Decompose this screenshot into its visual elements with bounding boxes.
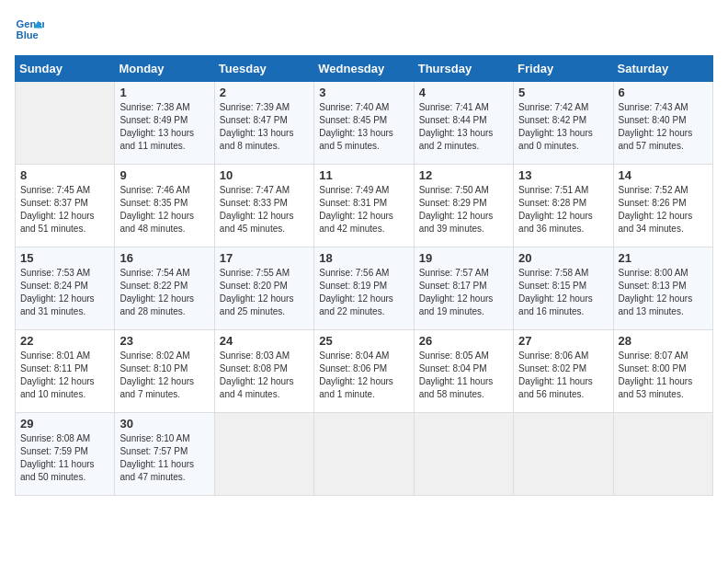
calendar-cell: 15Sunrise: 7:53 AMSunset: 8:24 PMDayligh… [16, 247, 115, 330]
calendar-cell: 10Sunrise: 7:47 AMSunset: 8:33 PMDayligh… [214, 165, 313, 247]
calendar-cell [414, 413, 513, 496]
day-number: 20 [518, 251, 608, 265]
calendar-cell: 1Sunrise: 7:38 AMSunset: 8:49 PMDaylight… [115, 82, 214, 165]
day-number: 17 [220, 251, 309, 265]
cell-content: Sunrise: 7:49 AMSunset: 8:31 PMDaylight:… [319, 184, 408, 236]
day-number: 26 [419, 334, 508, 348]
day-number: 4 [419, 86, 508, 99]
calendar-cell: 2Sunrise: 7:39 AMSunset: 8:47 PMDaylight… [214, 82, 313, 165]
day-number: 14 [619, 168, 708, 182]
calendar-cell: 19Sunrise: 7:57 AMSunset: 8:17 PMDayligh… [414, 247, 513, 330]
calendar-cell: 16Sunrise: 7:54 AMSunset: 8:22 PMDayligh… [115, 247, 214, 330]
cell-content: Sunrise: 8:08 AMSunset: 7:59 PMDaylight:… [20, 432, 109, 484]
calendar-cell: 29Sunrise: 8:08 AMSunset: 7:59 PMDayligh… [16, 413, 115, 496]
day-number: 8 [20, 168, 109, 182]
day-number: 30 [119, 417, 209, 431]
cell-content: Sunrise: 7:47 AMSunset: 8:33 PMDaylight:… [220, 184, 309, 236]
cell-content: Sunrise: 8:10 AMSunset: 7:57 PMDaylight:… [119, 432, 209, 484]
day-number: 15 [20, 251, 109, 265]
calendar-cell: 28Sunrise: 8:07 AMSunset: 8:00 PMDayligh… [613, 330, 712, 413]
cell-content: Sunrise: 7:52 AMSunset: 8:26 PMDaylight:… [619, 184, 708, 236]
calendar-cell: 14Sunrise: 7:52 AMSunset: 8:26 PMDayligh… [613, 165, 712, 247]
cell-content: Sunrise: 8:04 AMSunset: 8:06 PMDaylight:… [319, 350, 408, 401]
column-header-saturday: Saturday [613, 56, 712, 82]
calendar-cell [16, 82, 115, 165]
column-header-thursday: Thursday [414, 56, 513, 82]
day-number: 9 [119, 168, 209, 182]
week-row-3: 15Sunrise: 7:53 AMSunset: 8:24 PMDayligh… [16, 247, 713, 330]
cell-content: Sunrise: 7:45 AMSunset: 8:37 PMDaylight:… [20, 184, 109, 236]
column-header-friday: Friday [514, 56, 613, 82]
svg-text:Blue: Blue [17, 29, 39, 40]
column-header-monday: Monday [115, 56, 214, 82]
cell-content: Sunrise: 8:02 AMSunset: 8:10 PMDaylight:… [119, 350, 209, 401]
column-header-sunday: Sunday [16, 56, 115, 82]
cell-content: Sunrise: 7:51 AMSunset: 8:28 PMDaylight:… [518, 184, 608, 236]
week-row-4: 22Sunrise: 8:01 AMSunset: 8:11 PMDayligh… [16, 330, 713, 413]
day-number: 25 [319, 334, 408, 348]
day-number: 12 [419, 168, 508, 182]
calendar-cell [214, 413, 313, 496]
cell-content: Sunrise: 7:58 AMSunset: 8:15 PMDaylight:… [518, 267, 608, 318]
cell-content: Sunrise: 7:50 AMSunset: 8:29 PMDaylight:… [419, 184, 508, 236]
calendar-table: SundayMondayTuesdayWednesdayThursdayFrid… [15, 55, 713, 496]
calendar-cell: 13Sunrise: 7:51 AMSunset: 8:28 PMDayligh… [514, 165, 613, 247]
calendar-cell: 4Sunrise: 7:41 AMSunset: 8:44 PMDaylight… [414, 82, 513, 165]
day-number: 5 [518, 86, 608, 99]
header: General Blue [15, 15, 713, 44]
calendar-cell: 30Sunrise: 8:10 AMSunset: 7:57 PMDayligh… [115, 413, 214, 496]
day-number: 18 [319, 251, 408, 265]
cell-content: Sunrise: 7:55 AMSunset: 8:20 PMDaylight:… [220, 267, 309, 318]
cell-content: Sunrise: 8:06 AMSunset: 8:02 PMDaylight:… [518, 350, 608, 401]
week-row-1: 1Sunrise: 7:38 AMSunset: 8:49 PMDaylight… [16, 82, 713, 165]
day-number: 19 [419, 251, 508, 265]
calendar-cell [314, 413, 414, 496]
calendar-cell: 8Sunrise: 7:45 AMSunset: 8:37 PMDaylight… [16, 165, 115, 247]
calendar-body: 1Sunrise: 7:38 AMSunset: 8:49 PMDaylight… [16, 82, 713, 496]
cell-content: Sunrise: 7:38 AMSunset: 8:49 PMDaylight:… [119, 101, 209, 153]
calendar-cell [514, 413, 613, 496]
calendar-cell: 11Sunrise: 7:49 AMSunset: 8:31 PMDayligh… [314, 165, 414, 247]
cell-content: Sunrise: 7:40 AMSunset: 8:45 PMDaylight:… [319, 101, 408, 153]
day-number: 11 [319, 168, 408, 182]
calendar-cell: 12Sunrise: 7:50 AMSunset: 8:29 PMDayligh… [414, 165, 513, 247]
day-number: 24 [220, 334, 309, 348]
calendar-cell: 20Sunrise: 7:58 AMSunset: 8:15 PMDayligh… [514, 247, 613, 330]
day-number: 29 [20, 417, 109, 431]
day-number: 22 [20, 334, 109, 348]
day-number: 1 [119, 86, 209, 99]
cell-content: Sunrise: 7:41 AMSunset: 8:44 PMDaylight:… [419, 101, 508, 153]
week-row-5: 29Sunrise: 8:08 AMSunset: 7:59 PMDayligh… [16, 413, 713, 496]
day-number: 23 [119, 334, 209, 348]
day-number: 10 [220, 168, 309, 182]
day-number: 27 [518, 334, 608, 348]
calendar-cell: 26Sunrise: 8:05 AMSunset: 8:04 PMDayligh… [414, 330, 513, 413]
day-number: 2 [220, 86, 309, 99]
day-number: 21 [619, 251, 708, 265]
logo: General Blue [15, 15, 48, 44]
calendar-cell: 3Sunrise: 7:40 AMSunset: 8:45 PMDaylight… [314, 82, 414, 165]
calendar-cell [613, 413, 712, 496]
cell-content: Sunrise: 7:53 AMSunset: 8:24 PMDaylight:… [20, 267, 109, 318]
cell-content: Sunrise: 7:42 AMSunset: 8:42 PMDaylight:… [518, 101, 608, 153]
calendar-cell: 6Sunrise: 7:43 AMSunset: 8:40 PMDaylight… [613, 82, 712, 165]
cell-content: Sunrise: 8:05 AMSunset: 8:04 PMDaylight:… [419, 350, 508, 401]
calendar-cell: 5Sunrise: 7:42 AMSunset: 8:42 PMDaylight… [514, 82, 613, 165]
calendar-cell: 24Sunrise: 8:03 AMSunset: 8:08 PMDayligh… [214, 330, 313, 413]
calendar-cell: 18Sunrise: 7:56 AMSunset: 8:19 PMDayligh… [314, 247, 414, 330]
week-row-2: 8Sunrise: 7:45 AMSunset: 8:37 PMDaylight… [16, 165, 713, 247]
day-number: 13 [518, 168, 608, 182]
cell-content: Sunrise: 7:43 AMSunset: 8:40 PMDaylight:… [619, 101, 708, 153]
cell-content: Sunrise: 7:56 AMSunset: 8:19 PMDaylight:… [319, 267, 408, 318]
calendar-cell: 23Sunrise: 8:02 AMSunset: 8:10 PMDayligh… [115, 330, 214, 413]
cell-content: Sunrise: 7:39 AMSunset: 8:47 PMDaylight:… [220, 101, 309, 153]
column-header-wednesday: Wednesday [314, 56, 414, 82]
calendar-header-row: SundayMondayTuesdayWednesdayThursdayFrid… [16, 56, 713, 82]
day-number: 28 [619, 334, 708, 348]
day-number: 3 [319, 86, 408, 99]
calendar-cell: 25Sunrise: 8:04 AMSunset: 8:06 PMDayligh… [314, 330, 414, 413]
cell-content: Sunrise: 7:57 AMSunset: 8:17 PMDaylight:… [419, 267, 508, 318]
calendar-cell: 27Sunrise: 8:06 AMSunset: 8:02 PMDayligh… [514, 330, 613, 413]
cell-content: Sunrise: 8:00 AMSunset: 8:13 PMDaylight:… [619, 267, 708, 318]
calendar-cell: 22Sunrise: 8:01 AMSunset: 8:11 PMDayligh… [16, 330, 115, 413]
